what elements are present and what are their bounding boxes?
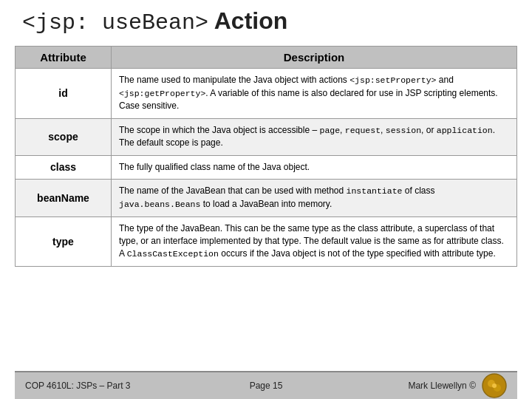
attr-cell-scope: scope — [16, 118, 112, 155]
footer: COP 4610L: JSPs – Part 3 Page 15 Mark Ll… — [15, 371, 517, 399]
page: <jsp: useBean> Action Attribute Descript… — [0, 0, 532, 399]
desc-cell-beanname: The name of the JavaBean that can be use… — [112, 180, 517, 216]
attr-cell-id: id — [16, 69, 112, 119]
table-row: class The fully qualified class name of … — [16, 155, 517, 179]
table-row: beanName The name of the JavaBean that c… — [16, 180, 517, 216]
table-row: id The name used to manipulate the Java … — [16, 69, 517, 119]
footer-author: Mark Llewellyn © — [347, 373, 507, 398]
footer-page: Page 15 — [185, 381, 346, 391]
attr-cell-type: type — [16, 216, 112, 266]
desc-cell-id: The name used to manipulate the Java obj… — [112, 69, 517, 119]
footer-logo-icon — [482, 373, 507, 398]
col-header-description: Description — [112, 47, 517, 69]
title-mono: <jsp: useBean> — [22, 10, 208, 35]
desc-cell-class: The fully qualified class name of the Ja… — [112, 155, 517, 179]
desc-cell-type: The type of the JavaBean. This can be th… — [112, 216, 517, 266]
col-header-attribute: Attribute — [16, 47, 112, 69]
attr-cell-class: class — [16, 155, 112, 179]
desc-cell-scope: The scope in which the Java object is ac… — [112, 118, 517, 155]
attributes-table: Attribute Description id The name used t… — [15, 46, 517, 267]
attr-cell-beanname: beanName — [16, 180, 112, 216]
footer-author-text: Mark Llewellyn © — [408, 381, 476, 391]
table-row: scope The scope in which the Java object… — [16, 118, 517, 155]
page-title: <jsp: useBean> Action — [15, 7, 517, 35]
footer-course: COP 4610L: JSPs – Part 3 — [25, 381, 185, 391]
table-row: type The type of the JavaBean. This can … — [16, 216, 517, 266]
svg-point-3 — [492, 383, 497, 388]
title-bold: Action — [214, 7, 288, 34]
